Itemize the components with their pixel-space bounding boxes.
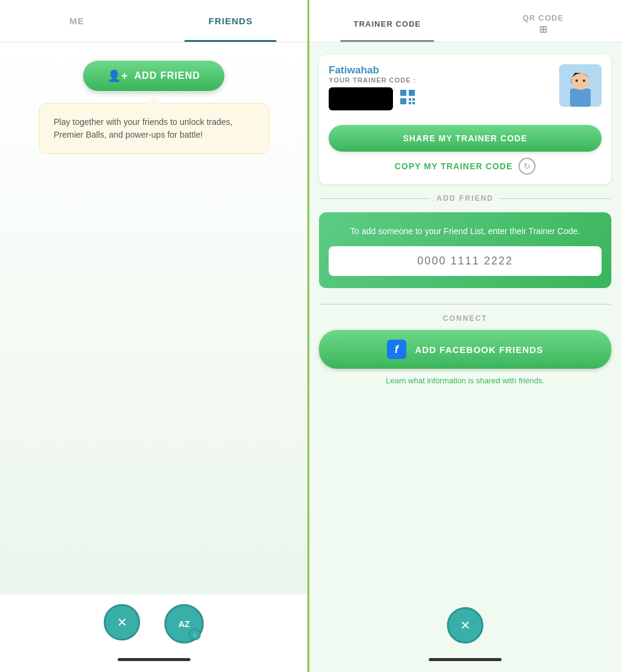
svg-rect-5 bbox=[409, 102, 411, 104]
svg-rect-1 bbox=[409, 90, 415, 96]
add-facebook-friends-button[interactable]: f ADD FACEBOOK FRIENDS bbox=[319, 330, 611, 369]
svg-rect-8 bbox=[570, 89, 591, 107]
add-friend-section: To add someone to your Friend List, ente… bbox=[319, 212, 611, 288]
svg-rect-3 bbox=[409, 98, 411, 101]
add-friend-divider-label: ADD FRIEND bbox=[437, 194, 494, 203]
trainer-avatar bbox=[559, 64, 602, 107]
qr-code-tab-label: QR CODE bbox=[523, 13, 564, 22]
trainer-header: Fatiwahab YOUR TRAINER CODE : bbox=[329, 64, 602, 119]
friends-tooltip: Play together with your friends to unloc… bbox=[39, 103, 269, 154]
trainer-card: Fatiwahab YOUR TRAINER CODE : bbox=[319, 55, 611, 184]
tab-qr-code[interactable]: QR CODE ⊞ bbox=[465, 6, 621, 42]
trainer-name: Fatiwahab bbox=[329, 64, 416, 76]
tab-friends-label: FRIENDS bbox=[209, 16, 253, 26]
home-indicator-right bbox=[429, 658, 502, 661]
add-friend-button-label: ADD FRIEND bbox=[134, 70, 200, 81]
trainer-code-label: YOUR TRAINER CODE : bbox=[329, 76, 416, 84]
close-button-left[interactable]: ✕ bbox=[104, 604, 140, 640]
qr-grid-icon: ⊞ bbox=[539, 24, 548, 35]
trainer-code-input[interactable] bbox=[329, 246, 602, 276]
tab-me[interactable]: ME bbox=[0, 0, 154, 42]
facebook-icon: f bbox=[387, 340, 406, 359]
left-panel: ME FRIENDS 👤+ ADD FRIEND Play together w… bbox=[0, 0, 309, 672]
tooltip-text: Play together with your friends to unloc… bbox=[54, 117, 233, 139]
share-trainer-code-button[interactable]: SHARE MY TRAINER CODE bbox=[329, 125, 602, 152]
close-icon-left: ✕ bbox=[117, 615, 127, 630]
close-button-right[interactable]: ✕ bbox=[447, 607, 483, 643]
facebook-button-label: ADD FACEBOOK FRIENDS bbox=[415, 344, 543, 355]
home-indicator-left bbox=[118, 658, 190, 661]
qr-grid-small-icon[interactable] bbox=[399, 89, 416, 110]
share-trainer-code-label: SHARE MY TRAINER CODE bbox=[403, 133, 527, 143]
left-bottom-bar: ✕ AZ ↓ bbox=[0, 594, 307, 672]
add-friend-button[interactable]: 👤+ ADD FRIEND bbox=[83, 61, 224, 91]
copy-trainer-code-button[interactable]: COPY MY TRAINER CODE bbox=[395, 161, 513, 171]
svg-rect-0 bbox=[400, 90, 406, 96]
refresh-icon[interactable]: ↻ bbox=[519, 158, 535, 175]
add-friend-divider: ADD FRIEND bbox=[319, 194, 611, 203]
left-tab-bar: ME FRIENDS bbox=[0, 0, 307, 42]
connect-label: CONNECT bbox=[443, 314, 487, 323]
trainer-code-redacted bbox=[329, 87, 393, 110]
sort-arrow-icon: ↓ bbox=[189, 628, 201, 640]
trainer-info: Fatiwahab YOUR TRAINER CODE : bbox=[329, 64, 416, 119]
svg-point-10 bbox=[576, 79, 578, 82]
sort-az-label: AZ bbox=[178, 620, 190, 628]
connect-section: CONNECT f ADD FACEBOOK FRIENDS Learn wha… bbox=[319, 298, 611, 391]
add-friend-description: To add someone to your Friend List, ente… bbox=[329, 224, 602, 238]
add-friend-icon: 👤+ bbox=[107, 69, 129, 82]
connect-divider-line bbox=[319, 304, 611, 304]
svg-point-11 bbox=[583, 79, 585, 82]
svg-rect-2 bbox=[400, 98, 406, 104]
privacy-info-link[interactable]: Learn what information is shared with fr… bbox=[386, 376, 545, 385]
tab-trainer-code[interactable]: TRAINER CODE bbox=[309, 6, 465, 42]
right-bottom-bar: ✕ bbox=[309, 597, 621, 672]
tab-friends[interactable]: FRIENDS bbox=[154, 0, 308, 42]
copy-trainer-code-label: COPY MY TRAINER CODE bbox=[395, 161, 513, 171]
right-panel: TRAINER CODE QR CODE ⊞ Fatiwahab YOUR TR… bbox=[309, 0, 621, 672]
trainer-code-tab-label: TRAINER CODE bbox=[354, 19, 421, 29]
svg-rect-4 bbox=[412, 98, 415, 101]
svg-rect-6 bbox=[412, 102, 415, 104]
trainer-code-row bbox=[329, 87, 416, 110]
sort-button[interactable]: AZ ↓ bbox=[164, 604, 204, 643]
tab-me-label: ME bbox=[70, 16, 85, 26]
right-main-content: Fatiwahab YOUR TRAINER CODE : bbox=[309, 42, 621, 597]
left-main-content: 👤+ ADD FRIEND Play together with your fr… bbox=[0, 42, 307, 672]
copy-row: COPY MY TRAINER CODE ↻ bbox=[329, 158, 602, 175]
right-tab-bar: TRAINER CODE QR CODE ⊞ bbox=[309, 0, 621, 42]
close-icon-right: ✕ bbox=[460, 618, 471, 633]
